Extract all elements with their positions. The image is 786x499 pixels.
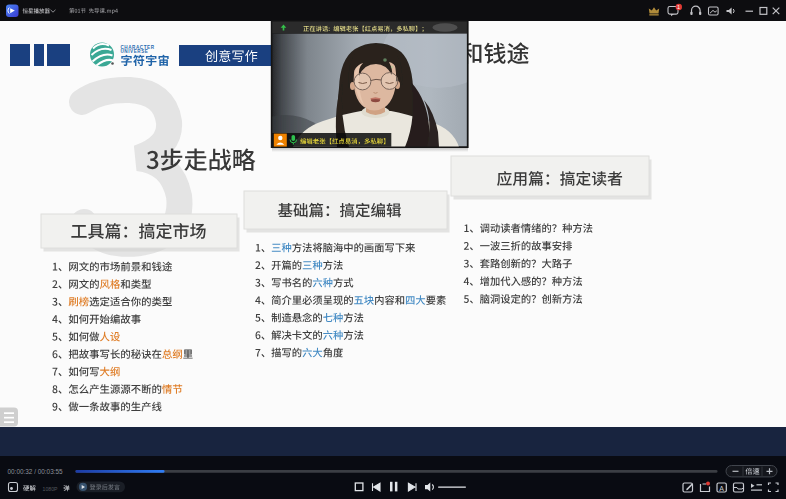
svg-text:1: 1 — [677, 4, 680, 10]
svg-text:00:00:32 / 00:03:55: 00:00:32 / 00:03:55 — [8, 468, 64, 475]
svg-text:UNIVERSE: UNIVERSE — [121, 49, 149, 54]
svg-text:1080P: 1080P — [43, 486, 59, 492]
svg-text:A: A — [719, 485, 724, 492]
